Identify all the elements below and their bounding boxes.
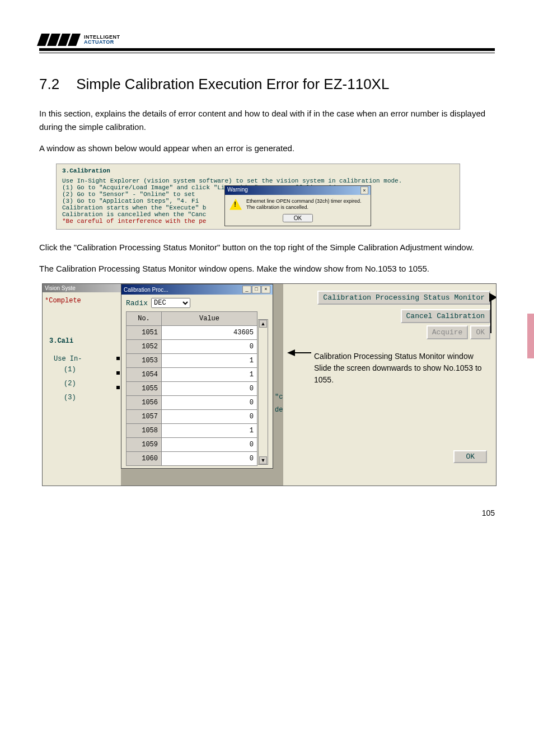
table-row: 10570 [127, 410, 257, 424]
table-row: 10550 [127, 382, 257, 396]
section-heading: 7.2Simple Calibration Execution Error fo… [39, 76, 495, 93]
scroll-down-icon[interactable]: ▼ [259, 456, 267, 464]
table-row: 10531 [127, 354, 257, 368]
calibration-window-screenshot: 3.Calibration Use In-Sight Explorer (vis… [56, 164, 460, 230]
table-row: 10590 [127, 438, 257, 452]
col-value: Value [162, 312, 257, 326]
callout-text: Calibration Processing Status Monitor wi… [314, 351, 493, 386]
row-label: (1) [64, 363, 121, 377]
maximize-icon[interactable]: □ [252, 286, 261, 293]
status-monitor-button[interactable]: Calibration Processing Status Monitor [317, 291, 490, 305]
warning-icon [229, 199, 242, 210]
page-number: 105 [39, 508, 495, 517]
cancel-calibration-button[interactable]: Cancel Calibration [401, 309, 490, 323]
logo-text: INTELLIGENT ACTUATOR [84, 35, 120, 45]
ok-button-bottom[interactable]: OK [453, 450, 487, 463]
ok-button-top[interactable]: OK [470, 325, 490, 339]
table-row: 105143605 [127, 326, 257, 340]
intro-paragraph-1: In this section, explains the details of… [39, 107, 495, 134]
mid-paragraph-1: Click the "Calibration Processing Status… [39, 241, 495, 254]
table-row: 10560 [127, 396, 257, 410]
minimize-icon[interactable]: _ [242, 286, 251, 293]
usein-label: Use In- [43, 345, 121, 363]
row-label: (3) [64, 391, 121, 405]
radix-select[interactable]: DEC [151, 298, 190, 308]
table-row: 10520 [127, 340, 257, 354]
logo-stripes-icon [37, 34, 81, 46]
side-tab-marker [527, 314, 534, 358]
acquire-button[interactable]: Acquire [427, 325, 469, 339]
scroll-up-icon[interactable]: ▲ [259, 320, 267, 328]
intro-paragraph-2: A window as shown below would appear whe… [39, 142, 495, 155]
radix-label: Radix [126, 299, 148, 307]
complete-label: *Complete [43, 292, 121, 309]
calib-desc: Use In-Sight Explorer (vision system sof… [62, 178, 454, 184]
vision-system-window: Vision Syste *Complete 3.Cali Use In- (1… [43, 284, 121, 486]
warning-message: Ethernet line OPEN command (32ch) timer … [246, 198, 362, 211]
mid-paragraph-2: The Calibration Processing Status Monito… [39, 262, 495, 276]
calibration-proc-window: Calibration Proc... _ □ × Radix DEC No. … [121, 284, 273, 469]
vision-window-titlebar: Vision Syste [43, 284, 121, 292]
calibration-section-title: 3.Calibration [62, 167, 454, 174]
col-no: No. [127, 312, 162, 326]
table-row: 10581 [127, 424, 257, 438]
right-panel: Calibration Processing Status Monitor Ca… [283, 284, 496, 486]
calibproc-title: Calibration Proc... [124, 287, 168, 293]
page-header: INTELLIGENT ACTUATOR [39, 34, 495, 53]
warning-title: Warning [227, 186, 248, 194]
close-icon[interactable]: × [360, 186, 368, 194]
table-row: 10600 [127, 452, 257, 466]
status-monitor-screenshot: Vision Syste *Complete 3.Cali Use In- (1… [42, 283, 496, 486]
scrollbar[interactable]: ▲ ▼ [258, 319, 268, 465]
callout-arrow-icon [287, 349, 295, 356]
range-markers [116, 357, 123, 402]
table-row: 10541 [127, 368, 257, 382]
status-table: No. Value 105143605 10520 10531 10541 10… [126, 311, 257, 466]
cali-label: 3.Cali [43, 309, 121, 345]
close-icon[interactable]: × [261, 286, 270, 293]
row-label: (2) [64, 377, 121, 391]
warning-dialog: Warning × Ethernet line OPEN command (32… [224, 185, 371, 226]
warning-ok-button[interactable]: OK [283, 214, 313, 222]
